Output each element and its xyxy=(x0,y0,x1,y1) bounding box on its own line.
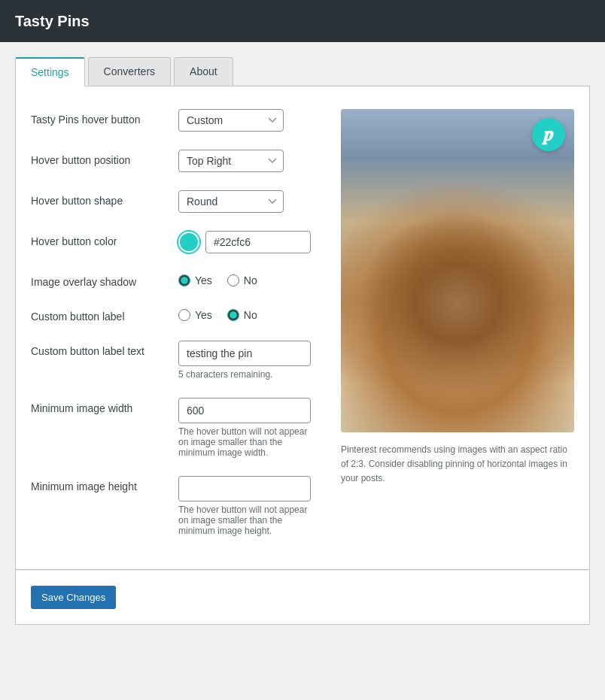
custom-label-radio-group: Yes No xyxy=(178,306,311,321)
hover-shape-select[interactable]: Round Square xyxy=(178,190,284,213)
content-grid: Tasty Pins hover button Custom Default N… xyxy=(31,109,574,554)
overlay-shadow-no-radio[interactable] xyxy=(227,274,239,286)
hover-color-control: ✕ xyxy=(178,231,311,253)
hover-button-label: Tasty Pins hover button xyxy=(31,109,166,126)
min-width-row: Minimum image width The hover button wil… xyxy=(31,398,311,458)
min-height-label: Minimum image height xyxy=(31,476,166,492)
overlay-shadow-control: Yes No xyxy=(178,271,311,286)
hover-button-row: Tasty Pins hover button Custom Default N… xyxy=(31,109,311,132)
min-height-hint: The hover button will not appear on imag… xyxy=(178,505,311,536)
hover-button-select[interactable]: Custom Default None xyxy=(178,109,284,132)
custom-label-no-radio[interactable] xyxy=(227,309,239,321)
main-content: Tasty Pins hover button Custom Default N… xyxy=(15,86,590,570)
custom-label-text-hint: 5 characters remaining. xyxy=(178,369,311,380)
overlay-shadow-yes-label: Yes xyxy=(195,274,212,286)
pinterest-badge: 𝒑 xyxy=(532,118,565,151)
custom-label-row: Custom button label Yes No xyxy=(31,306,311,323)
custom-label-yes-radio[interactable] xyxy=(178,309,190,321)
save-btn-wrap: Save Changes xyxy=(15,570,590,625)
custom-label-text-control: 5 characters remaining. xyxy=(178,341,311,380)
tab-settings[interactable]: Settings xyxy=(15,57,85,86)
preview-image-wrap: 𝒑 xyxy=(341,109,574,432)
color-swatch[interactable] xyxy=(178,232,199,253)
custom-label-text-row: Custom button label text 5 characters re… xyxy=(31,341,311,380)
min-width-hint: The hover button will not appear on imag… xyxy=(178,426,311,458)
dog-background xyxy=(341,109,574,432)
tab-about[interactable]: About xyxy=(174,57,233,86)
save-button[interactable]: Save Changes xyxy=(31,586,116,609)
hover-position-control: Top Right Top Left Bottom Right Bottom L… xyxy=(178,150,311,172)
hover-color-label: Hover button color xyxy=(31,231,166,247)
custom-label-no-option[interactable]: No xyxy=(227,309,257,321)
hover-position-select[interactable]: Top Right Top Left Bottom Right Bottom L… xyxy=(178,150,284,172)
custom-label-text-input[interactable] xyxy=(178,341,311,366)
hover-position-row: Hover button position Top Right Top Left… xyxy=(31,150,311,172)
tabs-bar: Settings Converters About xyxy=(15,57,590,86)
min-width-control: The hover button will not appear on imag… xyxy=(178,398,311,458)
overlay-shadow-radio-group: Yes No xyxy=(178,271,311,286)
overlay-shadow-no-option[interactable]: No xyxy=(227,274,257,286)
min-width-label: Minimum image width xyxy=(31,398,166,414)
overlay-shadow-no-label: No xyxy=(244,274,257,286)
color-input-wrap: ✕ xyxy=(178,231,311,253)
overlay-shadow-row: Image overlay shadow Yes No xyxy=(31,271,311,288)
app-title: Tasty Pins xyxy=(15,13,90,30)
custom-label-yes-option[interactable]: Yes xyxy=(178,309,212,321)
custom-label-text-label: Custom button label text xyxy=(31,341,166,357)
custom-label-yes-label: Yes xyxy=(195,309,212,321)
custom-label-no-label: No xyxy=(244,309,257,321)
hover-position-label: Hover button position xyxy=(31,150,166,166)
page-container: Settings Converters About Tasty Pins hov… xyxy=(0,42,605,700)
settings-column: Tasty Pins hover button Custom Default N… xyxy=(31,109,311,554)
hover-shape-row: Hover button shape Round Square xyxy=(31,190,311,213)
tab-converters[interactable]: Converters xyxy=(88,57,171,86)
min-height-input[interactable] xyxy=(178,476,311,502)
pinterest-p-icon: 𝒑 xyxy=(544,125,554,144)
min-width-input[interactable] xyxy=(178,398,311,423)
overlay-shadow-yes-option[interactable]: Yes xyxy=(178,274,212,286)
overlay-shadow-yes-radio[interactable] xyxy=(178,274,190,286)
color-hex-input[interactable] xyxy=(205,231,311,253)
preview-hint: Pinterest recommends using images with a… xyxy=(341,443,574,486)
min-height-row: Minimum image height The hover button wi… xyxy=(31,476,311,536)
preview-column: 𝒑 Pinterest recommends using images with… xyxy=(341,109,574,554)
custom-label-label: Custom button label xyxy=(31,306,166,323)
hover-shape-control: Round Square xyxy=(178,190,311,213)
tabs-wrapper: Settings Converters About xyxy=(0,42,605,86)
hover-button-control: Custom Default None xyxy=(178,109,311,132)
app-header: Tasty Pins xyxy=(0,0,605,42)
min-height-control: The hover button will not appear on imag… xyxy=(178,476,311,536)
overlay-shadow-label: Image overlay shadow xyxy=(31,271,166,288)
custom-label-control: Yes No xyxy=(178,306,311,321)
hover-shape-label: Hover button shape xyxy=(31,190,166,207)
preview-dog-image: 𝒑 xyxy=(341,109,574,432)
hover-color-row: Hover button color ✕ xyxy=(31,231,311,253)
